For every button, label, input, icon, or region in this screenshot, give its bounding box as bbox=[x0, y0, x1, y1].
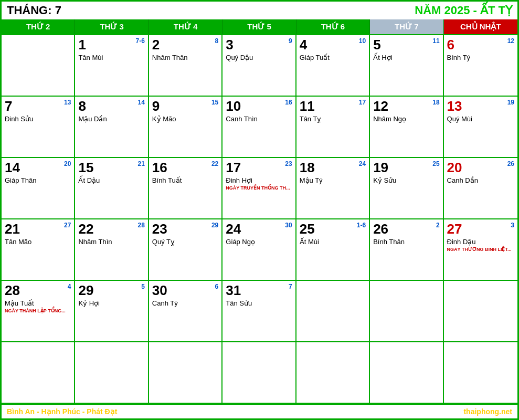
cell-solar: 30 bbox=[152, 283, 167, 298]
cell-lunar: 23 bbox=[285, 160, 292, 167]
cell-lunar: 21 bbox=[137, 160, 144, 167]
solar-lunar-row: 306 bbox=[152, 283, 218, 298]
calendar-cell: 2430Giáp Ngọ bbox=[223, 219, 296, 281]
day-headers: THỨ 2THỨ 3THỨ 4THỨ 5THỨ 6THỨ 7CHỦ NHẬT bbox=[2, 19, 517, 34]
calendar-cell: 39Quý Dậu bbox=[223, 35, 296, 97]
calendar-cell: 306Canh Tý bbox=[149, 281, 223, 342]
cell-can-chi: Kỷ Hợi bbox=[78, 299, 144, 307]
calendar-cell: 1723Đinh HợiNGÀY TRUYỀN THỐNG TH... bbox=[223, 158, 296, 219]
cell-can-chi: Giáp Thân bbox=[5, 176, 71, 184]
header-row: THÁNG: 7 NĂM 2025 - ẤT TỴ bbox=[2, 2, 517, 19]
day-header-thứ-5: THỨ 5 bbox=[223, 19, 296, 34]
day-header-chủ-nhật: CHỦ NHẬT bbox=[444, 19, 517, 34]
calendar-cell: 1218Nhâm Ngọ bbox=[370, 97, 443, 158]
cell-can-chi: Giáp Tuất bbox=[300, 54, 366, 61]
cell-solar: 18 bbox=[300, 160, 315, 175]
cell-solar: 10 bbox=[226, 99, 241, 114]
solar-lunar-row: 1319 bbox=[447, 99, 514, 114]
cell-solar: 9 bbox=[152, 99, 160, 114]
cell-can-chi: Canh Tý bbox=[152, 299, 218, 307]
solar-lunar-row: 2228 bbox=[78, 222, 144, 237]
cell-lunar: 20 bbox=[64, 160, 71, 167]
solar-lunar-row: 17-6 bbox=[78, 37, 144, 52]
cell-lunar: 11 bbox=[432, 37, 439, 45]
day-header-thứ-2: THỨ 2 bbox=[2, 19, 75, 34]
cell-solar: 1 bbox=[78, 37, 86, 52]
solar-lunar-row: 262 bbox=[373, 222, 439, 237]
footer-row: Bình An - Hạnh Phúc - Phát Đạt thaiphong… bbox=[2, 404, 517, 418]
cell-solar: 5 bbox=[373, 37, 380, 52]
calendar-cell bbox=[444, 281, 517, 342]
cell-solar: 15 bbox=[78, 160, 93, 175]
cell-solar: 16 bbox=[152, 160, 167, 175]
cell-can-chi: Đinh Dậu bbox=[447, 238, 514, 246]
cell-note: NGÀY THƯƠNG BINH LIỆT... bbox=[447, 247, 514, 252]
calendar-cell: 317Tân Sửu bbox=[223, 281, 296, 342]
solar-lunar-row: 814 bbox=[78, 99, 144, 114]
solar-lunar-row: 251-6 bbox=[300, 222, 366, 237]
calendar-cell: 295Kỷ Hợi bbox=[75, 281, 149, 342]
solar-lunar-row: 273 bbox=[447, 222, 514, 237]
day-header-thứ-6: THỨ 6 bbox=[296, 19, 370, 34]
cell-can-chi: Quý Tỵ bbox=[152, 238, 218, 246]
cell-lunar: 17 bbox=[359, 99, 366, 106]
calendar-cell: 1420Giáp Thân bbox=[2, 158, 75, 219]
calendar-cell: 17-6Tân Mùi bbox=[75, 35, 149, 97]
cell-lunar: 10 bbox=[359, 37, 366, 45]
calendar-cell: 410Giáp Tuất bbox=[296, 35, 370, 97]
cell-solar: 13 bbox=[447, 99, 462, 114]
cell-lunar: 15 bbox=[211, 99, 218, 106]
day-header-thứ-3: THỨ 3 bbox=[75, 19, 149, 34]
cell-lunar: 9 bbox=[289, 37, 292, 45]
calendar-cell: 1016Canh Thìn bbox=[223, 97, 296, 158]
solar-lunar-row: 1622 bbox=[152, 160, 218, 175]
cell-lunar: 2 bbox=[436, 222, 440, 229]
solar-lunar-row: 1723 bbox=[226, 160, 292, 175]
cell-can-chi: Đinh Hợi bbox=[226, 176, 292, 184]
cell-solar: 23 bbox=[152, 222, 167, 237]
solar-lunar-row: 713 bbox=[5, 99, 71, 114]
cell-can-chi: Quý Dậu bbox=[226, 54, 292, 61]
cell-can-chi: Mậu Dần bbox=[78, 115, 144, 123]
cell-solar: 21 bbox=[5, 222, 20, 237]
cell-lunar: 8 bbox=[215, 37, 219, 45]
solar-lunar-row: 915 bbox=[152, 99, 218, 114]
cell-solar: 22 bbox=[78, 222, 93, 237]
cell-can-chi: Bính Tý bbox=[447, 54, 514, 61]
calendar-cell: 2228Nhâm Thìn bbox=[75, 219, 149, 281]
cell-can-chi: Tân Mùi bbox=[78, 54, 144, 61]
cell-lunar: 26 bbox=[507, 160, 514, 167]
calendar-cell: 2329Quý Tỵ bbox=[149, 219, 223, 281]
calendar-cell bbox=[2, 35, 75, 97]
solar-lunar-row: 1925 bbox=[373, 160, 439, 175]
cell-solar: 11 bbox=[300, 99, 315, 114]
footer-left: Bình An - Hạnh Phúc - Phát Đạt bbox=[7, 407, 117, 416]
cell-solar: 6 bbox=[447, 37, 454, 52]
cell-solar: 7 bbox=[5, 99, 12, 114]
cell-note: NGÀY TRUYỀN THỐNG TH... bbox=[226, 185, 292, 191]
solar-lunar-row: 284 bbox=[5, 283, 71, 298]
cell-solar: 2 bbox=[152, 37, 160, 52]
calendar-cell: 1521Ất Dậu bbox=[75, 158, 149, 219]
calendar-cell: 713Đinh Sửu bbox=[2, 97, 75, 158]
footer-right: thaiphong.net bbox=[463, 407, 512, 416]
cell-solar: 3 bbox=[226, 37, 233, 52]
calendar-cell: 251-6Ất Mùi bbox=[296, 219, 370, 281]
cell-can-chi: Kỷ Mão bbox=[152, 115, 218, 123]
thang-label: THÁNG: 7 bbox=[7, 4, 61, 17]
solar-lunar-row: 39 bbox=[226, 37, 292, 52]
cell-lunar: 19 bbox=[507, 99, 514, 106]
solar-lunar-row: 1016 bbox=[226, 99, 292, 114]
solar-lunar-row: 1420 bbox=[5, 160, 71, 175]
cell-lunar: 25 bbox=[432, 160, 439, 167]
calendar-grid: 17-6Tân Mùi28Nhâm Thân39Quý Dậu410Giáp T… bbox=[2, 34, 517, 404]
calendar-cell bbox=[296, 342, 370, 404]
calendar-cell bbox=[223, 342, 296, 404]
cell-can-chi: Tân Sửu bbox=[226, 299, 292, 307]
cell-lunar: 30 bbox=[285, 222, 292, 229]
cell-lunar: 3 bbox=[511, 222, 514, 229]
cell-can-chi: Bính Tuất bbox=[152, 176, 218, 184]
cell-solar: 27 bbox=[447, 222, 462, 237]
calendar-cell: 1117Tân Tỵ bbox=[296, 97, 370, 158]
cell-lunar: 5 bbox=[141, 283, 145, 290]
